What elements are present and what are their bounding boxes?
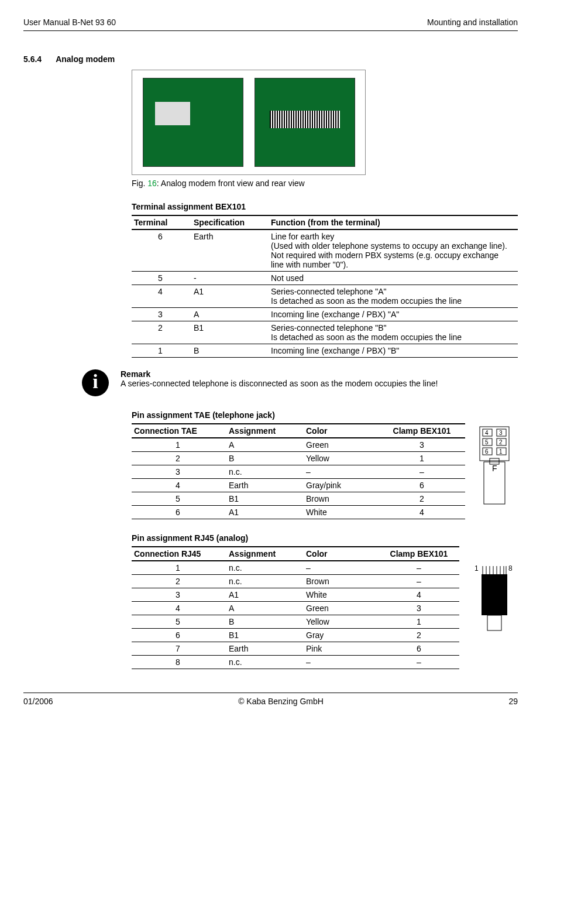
svg-text:1: 1 <box>474 564 479 573</box>
page-footer: 01/2006 © Kaba Benzing GmbH 29 <box>23 693 518 706</box>
header-right: Mounting and installation <box>427 18 518 27</box>
table-row: 2B1Series-connected telephone "B"Is deta… <box>132 321 518 344</box>
table-row: 4A1Series-connected telephone "A"Is deta… <box>132 285 518 308</box>
section-heading: 5.6.4 Analog modem <box>23 54 518 64</box>
table-row: 6B1Gray2 <box>132 629 459 642</box>
figure-prefix: Fig. <box>132 179 147 188</box>
table-row: 3AIncoming line (exchange / PBX) "A" <box>132 308 518 321</box>
table-row: 1n.c.–– <box>132 561 459 575</box>
tae-h0: Connection TAE <box>132 424 226 438</box>
footer-center: © Kaba Benzing GmbH <box>238 697 324 706</box>
table-row: 8n.c.–– <box>132 656 459 669</box>
figure-number: 16 <box>147 179 157 188</box>
table-row: 4AGreen3 <box>132 602 459 615</box>
footer-right: 29 <box>508 697 518 706</box>
svg-rect-27 <box>487 615 501 630</box>
section-number: 5.6.4 <box>23 54 42 64</box>
header-left: User Manual B-Net 93 60 <box>23 18 116 27</box>
svg-text:2: 2 <box>499 439 503 445</box>
info-icon <box>82 369 109 396</box>
figure-caption: Fig. 16: Analog modem front view and rea… <box>132 179 518 188</box>
rj-table: Connection RJ45 Assignment Color Clamp B… <box>132 546 459 669</box>
table-row: 2n.c.Brown– <box>132 575 459 588</box>
bex-h0: Terminal <box>132 215 191 229</box>
tae-table: Connection TAE Assignment Color Clamp BE… <box>132 423 465 519</box>
remark-block: Remark A series-connected telephone is d… <box>23 369 518 396</box>
svg-text:F: F <box>492 464 497 473</box>
tae-connector-diagram: 4 3 5 2 6 1 F <box>477 426 512 508</box>
bex-table-title: Terminal assignment BEX101 <box>132 202 518 211</box>
tae-table-title: Pin assignment TAE (telephone jack) <box>132 410 518 420</box>
bex-table: Terminal Specification Function (from th… <box>132 215 518 358</box>
figure-image <box>132 70 366 175</box>
section-title: Analog modem <box>56 54 115 64</box>
table-row: 5B1Brown2 <box>132 492 465 506</box>
table-row: 3n.c.–– <box>132 465 465 479</box>
rj-h2: Color <box>304 547 381 561</box>
svg-text:6: 6 <box>485 448 489 455</box>
table-row: 7EarthPink6 <box>132 642 459 656</box>
figure-suffix: : Analog modem front view and rear view <box>157 179 305 188</box>
table-row: 6EarthLine for earth key(Used with older… <box>132 229 518 272</box>
tae-h3: Clamp BEX101 <box>381 424 465 438</box>
table-row: 5BYellow1 <box>132 615 459 629</box>
table-row: 4EarthGray/pink6 <box>132 479 465 492</box>
rj-connector-diagram: 1 8 <box>471 564 518 636</box>
svg-text:5: 5 <box>485 439 489 445</box>
pcb-rear-image <box>255 78 355 167</box>
remark-title: Remark <box>121 369 438 379</box>
bex-h1: Specification <box>191 215 269 229</box>
table-row: 1BIncoming line (exchange / PBX) "B" <box>132 344 518 358</box>
table-row: 3A1White4 <box>132 588 459 602</box>
svg-rect-0 <box>480 427 509 461</box>
table-row: 1AGreen3 <box>132 438 465 452</box>
bex-h2: Function (from the terminal) <box>269 215 518 229</box>
svg-text:3: 3 <box>499 430 503 436</box>
rj-h3: Clamp BEX101 <box>381 547 459 561</box>
table-row: 5-Not used <box>132 272 518 285</box>
svg-text:1: 1 <box>499 448 503 455</box>
table-row: 6A1White4 <box>132 506 465 519</box>
tae-h2: Color <box>304 424 381 438</box>
footer-left: 01/2006 <box>23 697 53 706</box>
svg-text:4: 4 <box>485 430 489 436</box>
page-header: User Manual B-Net 93 60 Mounting and ins… <box>23 18 518 31</box>
rj-table-title: Pin assignment RJ45 (analog) <box>132 533 518 543</box>
svg-text:8: 8 <box>508 564 513 573</box>
rj-h1: Assignment <box>226 547 304 561</box>
rj-h0: Connection RJ45 <box>132 547 226 561</box>
tae-h1: Assignment <box>226 424 304 438</box>
svg-rect-18 <box>482 574 507 615</box>
remark-body: A series-connected telephone is disconne… <box>121 379 438 388</box>
pcb-front-image <box>143 78 243 167</box>
table-row: 2BYellow1 <box>132 452 465 465</box>
